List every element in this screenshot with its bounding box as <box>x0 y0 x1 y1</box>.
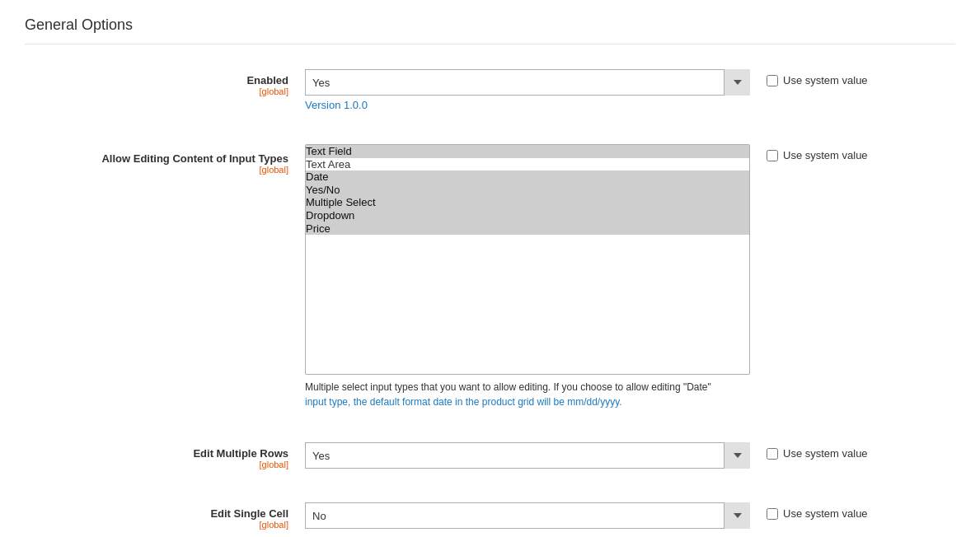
edit-multiple-rows-select[interactable]: Yes No <box>305 442 750 469</box>
option-text-field[interactable]: Text Field <box>306 145 749 158</box>
enabled-use-system-label: Use system value <box>783 74 868 86</box>
option-dropdown[interactable]: Dropdown <box>306 209 749 222</box>
edit-multiple-rows-label-sub: [global] <box>25 460 288 469</box>
enabled-field-cell: Yes No Version 1.0.0 <box>305 69 750 111</box>
edit-single-cell-label: Edit Single Cell <box>25 507 288 520</box>
option-text-area[interactable]: Text Area <box>306 158 749 171</box>
edit-single-cell-use-system-cell: Use system value <box>750 502 868 520</box>
edit-multiple-rows-use-system-checkbox[interactable] <box>767 448 778 460</box>
enabled-label-cell: Enabled [global] <box>25 69 305 96</box>
enabled-use-system-cell: Use system value <box>750 69 868 86</box>
allow-editing-field-cell: Text Field Text Area Date Yes/No Multipl… <box>305 144 750 409</box>
enabled-select-wrapper: Yes No <box>305 69 750 96</box>
enabled-label: Enabled <box>25 74 288 86</box>
option-date[interactable]: Date <box>306 170 749 184</box>
page-container: General Options Enabled [global] Yes No … <box>0 0 980 537</box>
version-text: Version 1.0.0 <box>305 99 750 111</box>
edit-multiple-rows-use-system-cell: Use system value <box>750 442 868 460</box>
edit-multiple-rows-use-system-label: Use system value <box>783 447 868 460</box>
multiselect-note: Multiple select input types that you wan… <box>305 380 750 409</box>
allow-editing-label: Allow Editing Content of Input Types <box>25 149 288 165</box>
edit-single-cell-use-system-checkbox[interactable] <box>767 508 778 520</box>
allow-editing-label-sub: [global] <box>25 165 288 175</box>
edit-single-cell-label-cell: Edit Single Cell [global] <box>25 502 305 530</box>
allow-editing-use-system-label: Use system value <box>783 149 868 161</box>
allow-editing-use-system-cell: Use system value <box>750 144 868 161</box>
edit-multiple-rows-field-cell: Yes No <box>305 442 750 469</box>
enabled-use-system-checkbox[interactable] <box>767 75 778 86</box>
option-yes-no[interactable]: Yes/No <box>306 184 749 197</box>
enabled-label-sub: [global] <box>25 86 288 96</box>
note-black: Multiple select input types that you wan… <box>305 381 711 393</box>
option-multiple-select[interactable]: Multiple Select <box>306 196 749 209</box>
edit-single-cell-select[interactable]: Yes No <box>305 502 750 529</box>
edit-single-cell-field-cell: Yes No <box>305 502 750 529</box>
note-blue: input type, the default format date in t… <box>305 396 622 408</box>
page-title: General Options <box>25 16 955 44</box>
edit-multiple-rows-row: Edit Multiple Rows [global] Yes No Use s… <box>25 434 955 478</box>
allow-editing-label-cell: Allow Editing Content of Input Types [gl… <box>25 144 305 175</box>
edit-single-cell-use-system-label: Use system value <box>783 507 868 520</box>
edit-single-cell-row: Edit Single Cell [global] Yes No Use sys… <box>25 494 955 537</box>
input-types-multiselect[interactable]: Text Field Text Area Date Yes/No Multipl… <box>305 144 750 375</box>
edit-multiple-rows-select-wrapper: Yes No <box>305 442 750 469</box>
enabled-select[interactable]: Yes No <box>305 69 750 96</box>
edit-multiple-rows-label: Edit Multiple Rows <box>25 447 288 460</box>
allow-editing-use-system-checkbox[interactable] <box>767 150 778 161</box>
edit-single-cell-label-sub: [global] <box>25 520 288 530</box>
edit-single-cell-select-wrapper: Yes No <box>305 502 750 529</box>
option-price[interactable]: Price <box>306 222 749 236</box>
edit-multiple-rows-label-cell: Edit Multiple Rows [global] <box>25 442 305 469</box>
enabled-row: Enabled [global] Yes No Version 1.0.0 Us… <box>25 61 955 119</box>
allow-editing-row: Allow Editing Content of Input Types [gl… <box>25 136 955 418</box>
